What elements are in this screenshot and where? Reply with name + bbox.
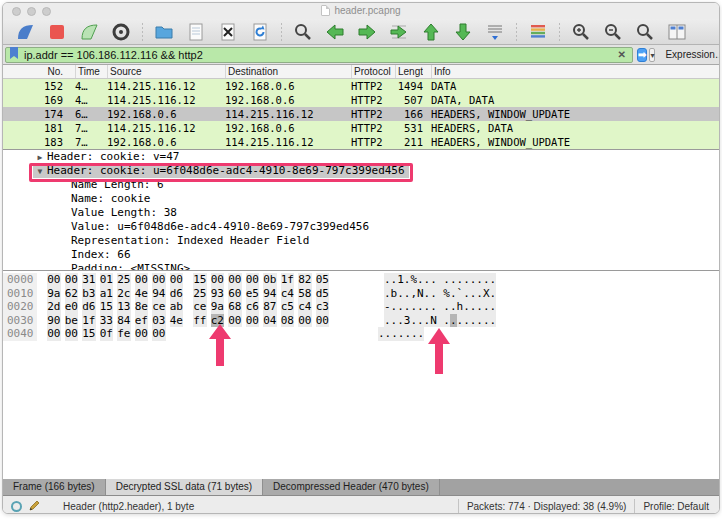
ascii-char[interactable]: . — [391, 273, 398, 287]
expander-closed-icon[interactable]: ▶ — [33, 151, 47, 165]
hex-byte[interactable]: 2d — [47, 300, 61, 314]
ascii-char[interactable]: . — [490, 300, 497, 314]
ascii-char[interactable]: N — [417, 287, 424, 301]
column-header-no[interactable]: No. — [7, 65, 63, 78]
hex-byte[interactable]: 00 — [246, 314, 260, 328]
detail-row-8[interactable]: Padding: <MISSING> — [3, 262, 719, 271]
detail-row-6[interactable]: Representation: Indexed Header Field — [3, 234, 719, 248]
ascii-char[interactable]: . — [385, 327, 392, 341]
ascii-char[interactable]: . — [404, 287, 411, 301]
zoom-in-icon[interactable] — [570, 21, 592, 43]
hex-byte[interactable]: 01 — [100, 273, 114, 287]
ascii-char[interactable]: N — [430, 314, 437, 328]
column-header-time[interactable]: Time — [75, 65, 101, 78]
hex-byte[interactable]: 87 — [263, 300, 277, 314]
ascii-char[interactable]: . — [483, 273, 490, 287]
hex-byte[interactable]: 33 — [100, 314, 114, 328]
ascii-char[interactable]: , — [410, 287, 417, 301]
auto-scroll-icon[interactable] — [484, 21, 506, 43]
hex-byte[interactable]: 00 — [170, 273, 184, 287]
ascii-char[interactable]: . — [463, 300, 470, 314]
hex-byte[interactable]: 00 — [47, 273, 61, 287]
column-header-proto[interactable]: Protocol — [351, 65, 395, 78]
ascii-char[interactable]: . — [483, 300, 490, 314]
ascii-char[interactable] — [437, 314, 444, 328]
hex-byte[interactable]: 93 — [211, 287, 225, 301]
ascii-char[interactable]: . — [443, 314, 450, 328]
hex-byte[interactable]: 08 — [281, 314, 295, 328]
ascii-char[interactable]: . — [418, 327, 425, 341]
ascii-char[interactable]: . — [490, 314, 497, 328]
ascii-char[interactable]: . — [470, 273, 477, 287]
packet-row-174[interactable]: 1746…192.168.0.6114.215.116.12HTTP2166HE… — [3, 107, 719, 121]
hex-byte[interactable]: 4e — [135, 287, 149, 301]
ascii-char[interactable]: . — [450, 300, 457, 314]
ascii-char[interactable]: . — [463, 314, 470, 328]
ascii-char[interactable]: . — [430, 273, 437, 287]
hex-byte[interactable]: 0b — [263, 273, 277, 287]
ascii-char[interactable]: % — [443, 287, 450, 301]
hex-byte[interactable]: c4 — [281, 287, 295, 301]
ascii-char[interactable]: . — [424, 300, 431, 314]
hex-byte[interactable]: 00 — [228, 273, 242, 287]
ascii-char[interactable]: . — [457, 273, 464, 287]
ascii-char[interactable]: . — [398, 327, 405, 341]
hex-byte[interactable]: 8e — [135, 300, 149, 314]
resize-columns-icon[interactable] — [666, 21, 688, 43]
ascii-char[interactable]: . — [470, 300, 477, 314]
status-profile[interactable]: Profile: Default — [643, 501, 709, 512]
hex-byte[interactable]: ce — [152, 300, 166, 314]
hex-byte[interactable]: ff — [193, 314, 207, 328]
hex-byte[interactable]: 60 — [228, 287, 242, 301]
save-file-icon[interactable] — [185, 21, 207, 43]
hex-byte[interactable]: ce — [193, 300, 207, 314]
go-last-icon[interactable] — [452, 21, 474, 43]
detail-row-0[interactable]: ▶Header: cookie: v=47 — [3, 150, 719, 164]
hex-byte[interactable]: 94 — [263, 287, 277, 301]
hex-byte[interactable]: 90 — [47, 314, 61, 328]
ascii-char[interactable]: . — [476, 314, 483, 328]
ascii-char[interactable]: . — [404, 273, 411, 287]
hex-byte[interactable]: 94 — [152, 287, 166, 301]
stop-capture-icon[interactable] — [46, 21, 68, 43]
hex-byte[interactable]: 25 — [193, 287, 207, 301]
ascii-char[interactable]: . — [450, 287, 457, 301]
ascii-char[interactable]: . — [476, 273, 483, 287]
display-filter-input[interactable]: ip.addr == 106.186.112.116 && http2 ✕ — [5, 47, 633, 63]
hex-byte[interactable]: c3 — [316, 300, 330, 314]
ascii-char[interactable]: . — [391, 327, 398, 341]
reload-file-icon[interactable] — [249, 21, 271, 43]
hex-byte[interactable]: 00 — [228, 314, 242, 328]
hex-byte[interactable]: 04 — [263, 314, 277, 328]
hex-byte[interactable]: 00 — [152, 327, 166, 341]
detail-row-1[interactable]: ▼Header: cookie: u=6f048d6e-adc4-4910-8e… — [33, 164, 409, 178]
hex-byte[interactable]: 00 — [65, 327, 79, 341]
ascii-char[interactable]: . — [384, 273, 391, 287]
column-header-info[interactable]: Info — [431, 65, 719, 78]
ascii-char[interactable]: - — [384, 300, 391, 314]
ascii-char[interactable]: b — [391, 287, 398, 301]
detail-row-3[interactable]: Name: cookie — [3, 192, 719, 206]
ascii-char[interactable]: . — [404, 327, 411, 341]
hex-byte[interactable]: 15 — [100, 300, 114, 314]
packet-row-169[interactable]: 1694…114.215.116.12192.168.0.6HTTP2507DA… — [3, 93, 719, 107]
hex-byte[interactable]: 31 — [82, 273, 96, 287]
go-forward-icon[interactable] — [356, 21, 378, 43]
hex-byte[interactable]: 25 — [117, 273, 131, 287]
ascii-char[interactable]: X — [483, 287, 490, 301]
go-first-icon[interactable] — [420, 21, 442, 43]
packet-row-152[interactable]: 1524…114.215.116.12192.168.0.6HTTP21494D… — [3, 79, 719, 93]
hex-byte[interactable]: 82 — [298, 273, 312, 287]
ascii-char[interactable]: 3 — [404, 314, 411, 328]
filter-dropdown-caret[interactable]: ▾ — [649, 48, 655, 62]
ascii-char[interactable]: . — [463, 287, 470, 301]
ascii-char[interactable]: . — [410, 314, 417, 328]
filter-expression-text[interactable]: ip.addr == 106.186.112.116 && http2 — [24, 49, 615, 61]
hex-byte[interactable]: 84 — [117, 314, 131, 328]
ascii-char[interactable]: . — [490, 287, 497, 301]
ascii-char[interactable]: . — [397, 314, 404, 328]
detail-row-2[interactable]: Name Length: 6 — [3, 178, 719, 192]
hex-byte[interactable]: 00 — [135, 327, 149, 341]
hex-byte[interactable]: 03 — [152, 314, 166, 328]
capture-options-icon[interactable] — [110, 21, 132, 43]
